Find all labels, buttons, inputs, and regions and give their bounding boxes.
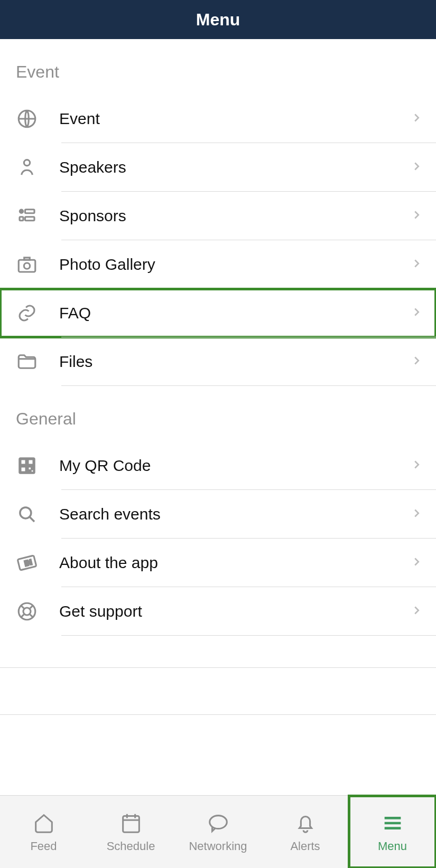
chevron-right-icon: [411, 355, 422, 369]
chevron-right-icon: [411, 459, 422, 473]
svg-point-19: [23, 608, 31, 615]
chat-icon: [206, 811, 230, 835]
svg-point-2: [20, 210, 23, 213]
tab-label: Menu: [378, 839, 407, 853]
svg-rect-11: [29, 460, 33, 464]
menu-item-label: Sponsors: [45, 207, 411, 225]
ticket-icon: IN: [16, 552, 45, 574]
chevron-right-icon: [411, 161, 422, 174]
chevron-right-icon: [411, 258, 422, 271]
chevron-right-icon: [411, 507, 422, 521]
menu-item-qr-code[interactable]: My QR Code: [0, 441, 436, 490]
svg-rect-12: [22, 468, 25, 471]
svg-point-1: [24, 160, 30, 166]
svg-rect-4: [20, 217, 23, 221]
menu-item-files[interactable]: Files: [0, 337, 436, 386]
svg-rect-6: [18, 260, 35, 272]
search-icon: [16, 503, 45, 525]
separator: [0, 714, 436, 715]
chevron-right-icon: [411, 112, 422, 126]
app-header: Menu: [0, 0, 436, 39]
tab-menu[interactable]: Menu: [349, 796, 436, 868]
bell-icon: [293, 811, 318, 835]
svg-rect-14: [32, 470, 33, 472]
menu-item-label: Event: [45, 110, 411, 128]
chevron-right-icon: [411, 209, 422, 223]
separator: [0, 667, 436, 668]
chevron-right-icon: [411, 556, 422, 570]
svg-rect-13: [29, 468, 31, 470]
tab-alerts[interactable]: Alerts: [262, 796, 349, 868]
svg-point-21: [209, 815, 227, 828]
tab-label: Alerts: [290, 839, 320, 853]
svg-point-7: [24, 263, 30, 269]
tab-bar: Feed Schedule Networking Alerts Menu: [0, 795, 436, 868]
section-header-general: General: [0, 386, 436, 441]
folder-icon: [16, 351, 45, 373]
menu-item-search-events[interactable]: Search events: [0, 490, 436, 539]
header-title: Menu: [196, 10, 240, 30]
svg-rect-3: [25, 210, 35, 213]
svg-text:IN: IN: [24, 558, 33, 568]
svg-rect-5: [25, 217, 35, 221]
tab-label: Schedule: [107, 839, 155, 853]
menu-content: Event Event Speakers: [0, 39, 436, 795]
menu-item-label: FAQ: [45, 304, 411, 322]
svg-rect-10: [22, 460, 25, 464]
menu-item-sponsors[interactable]: Sponsors: [0, 192, 436, 240]
menu-item-about-app[interactable]: IN About the app: [0, 539, 436, 587]
tab-label: Networking: [189, 839, 247, 853]
link-icon: [16, 302, 45, 324]
tab-schedule[interactable]: Schedule: [87, 796, 174, 868]
svg-rect-8: [24, 258, 30, 260]
menu-icon: [381, 811, 405, 835]
chevron-right-icon: [411, 306, 422, 320]
home-icon: [32, 811, 56, 835]
lifering-icon: [16, 600, 45, 622]
svg-rect-20: [123, 816, 139, 832]
menu-item-get-support[interactable]: Get support: [0, 587, 436, 636]
grid-icon: [16, 205, 45, 227]
tab-feed[interactable]: Feed: [0, 796, 87, 868]
menu-item-label: My QR Code: [45, 457, 411, 475]
menu-item-label: Get support: [45, 602, 411, 620]
person-icon: [16, 156, 45, 178]
menu-item-label: Photo Gallery: [45, 256, 411, 273]
calendar-icon: [119, 811, 143, 835]
chevron-right-icon: [411, 605, 422, 618]
menu-item-label: About the app: [45, 554, 411, 572]
menu-item-speakers[interactable]: Speakers: [0, 143, 436, 192]
menu-item-faq[interactable]: FAQ: [0, 289, 436, 337]
svg-point-15: [20, 507, 31, 518]
section-header-event: Event: [0, 39, 436, 95]
tab-networking[interactable]: Networking: [174, 796, 262, 868]
menu-item-label: Files: [45, 353, 411, 371]
camera-icon: [16, 253, 45, 276]
menu-item-photo-gallery[interactable]: Photo Gallery: [0, 240, 436, 289]
tab-label: Feed: [30, 839, 57, 853]
menu-item-label: Search events: [45, 505, 411, 523]
menu-item-event[interactable]: Event: [0, 95, 436, 143]
globe-icon: [16, 108, 45, 130]
menu-item-label: Speakers: [45, 158, 411, 176]
qr-code-icon: [16, 455, 45, 477]
